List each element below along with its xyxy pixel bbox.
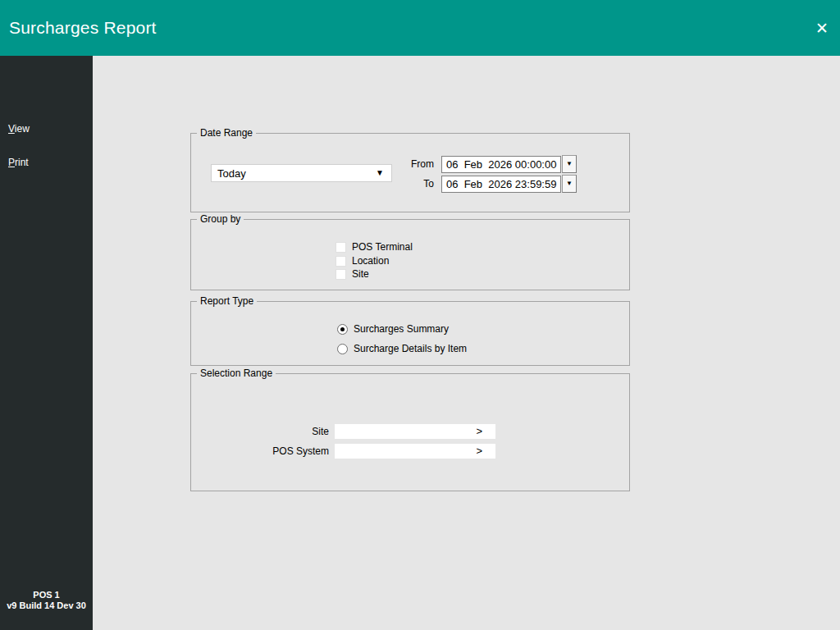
to-date-dropdown-button[interactable]: ▼ [562,175,577,193]
radio-row-surcharge-details[interactable]: Surcharge Details by Item [337,343,467,354]
date-preset-dropdown[interactable]: Today ▼ [211,164,392,182]
surcharge-details-label: Surcharge Details by Item [354,343,467,354]
surcharge-details-radio[interactable] [337,344,348,354]
to-label: To [386,176,434,193]
date-preset-value: Today [212,167,376,180]
checkbox-row-location[interactable]: Location [336,255,389,267]
pos-system-field-label: POS System [239,444,329,459]
view-accesskey: V [8,123,15,135]
radio-row-surcharges-summary[interactable]: Surcharges Summary [337,323,449,335]
picker-arrow-icon: > [476,444,482,459]
sidebar-item-print[interactable]: Print [8,157,29,168]
chevron-down-icon: ▼ [566,161,573,167]
date-range-groupbox: Date Range Today ▼ From 06 Feb 2026 00:0… [190,133,630,212]
date-range-legend: Date Range [197,127,256,139]
surcharges-summary-label: Surcharges Summary [354,323,449,335]
selection-range-groupbox: Selection Range Site > POS System > [190,373,630,491]
picker-arrow-icon: > [476,424,482,439]
site-checkbox[interactable] [336,269,346,280]
pos-system-selector-field[interactable]: > [335,444,495,459]
print-accesskey: P [8,157,15,168]
site-selector-field[interactable]: > [335,424,495,439]
report-type-groupbox: Report Type Surcharges Summary Surcharge… [190,301,630,366]
from-label: From [386,156,434,173]
to-date-field[interactable]: 06 Feb 2026 23:59:59 [441,176,561,193]
page-title: Surcharges Report [9,18,157,38]
version-info: POS 1 v9 Build 14 Dev 30 [0,590,93,611]
location-checkbox[interactable] [336,256,346,267]
selection-range-legend: Selection Range [197,368,276,380]
checkbox-row-pos-terminal[interactable]: POS Terminal [336,241,413,253]
build-version: v9 Build 14 Dev 30 [0,600,93,611]
from-date-dropdown-button[interactable]: ▼ [562,155,577,173]
surcharges-summary-radio[interactable] [337,324,348,335]
report-type-legend: Report Type [197,295,257,308]
title-bar: Surcharges Report ✕ [0,0,840,56]
close-icon: ✕ [815,19,829,38]
location-label: Location [352,255,389,267]
main-panel: Date Range Today ▼ From 06 Feb 2026 00:0… [93,56,840,630]
print-label-rest: rint [15,157,29,168]
site-field-label: Site [239,424,329,439]
group-by-groupbox: Group by POS Terminal Location Site [190,219,630,290]
site-label: Site [352,268,369,280]
from-date-field[interactable]: 06 Feb 2026 00:00:00 [441,156,561,173]
sidebar: View Print POS 1 v9 Build 14 Dev 30 [0,56,93,630]
pos-terminal-label: POS Terminal [352,241,413,253]
close-button[interactable]: ✕ [808,14,836,42]
view-label-rest: iew [15,123,30,135]
chevron-down-icon: ▼ [566,180,573,187]
group-by-legend: Group by [197,213,244,226]
checkbox-row-site[interactable]: Site [336,268,369,280]
pos-name: POS 1 [0,590,93,600]
sidebar-item-view[interactable]: View [8,123,30,135]
pos-terminal-checkbox[interactable] [336,242,346,253]
